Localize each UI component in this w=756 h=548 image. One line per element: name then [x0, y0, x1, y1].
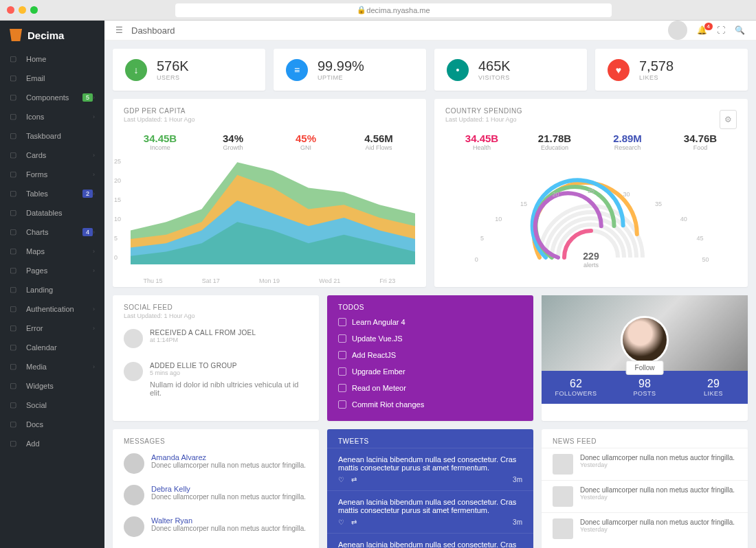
gdp-stat-label: GNI — [269, 144, 342, 151]
sidebar-item-media[interactable]: ▢Media› — [0, 357, 104, 376]
kpi-label: VISITORS — [478, 74, 511, 81]
mail-icon: ▢ — [10, 73, 19, 83]
checkbox[interactable] — [338, 318, 346, 326]
brand[interactable]: Decima — [0, 21, 104, 49]
avatar — [553, 454, 573, 475]
traffic-green[interactable] — [30, 6, 38, 14]
profile-stat[interactable]: 98POSTS — [610, 371, 679, 404]
gdp-stat-label: Growth — [197, 144, 269, 151]
notifications-icon[interactable]: 🔔 — [697, 25, 707, 35]
traffic-yellow[interactable] — [19, 6, 26, 14]
media-icon: ▢ — [10, 362, 19, 372]
checkbox[interactable] — [338, 351, 346, 359]
news-body: Donec ullamcorper nulla non metus auctor… — [580, 454, 735, 461]
kpi-visitors: •465KVISITORS — [434, 49, 587, 91]
todo-item[interactable]: Commit Riot changes — [327, 396, 533, 413]
message-item[interactable]: Debra KellyDonec ullamcorper nulla non m… — [113, 479, 319, 511]
gdp-area-chart: 2520151050 — [113, 158, 426, 275]
follow-button[interactable]: Follow — [626, 361, 664, 375]
nav-badge: 2 — [82, 190, 93, 198]
sidebar-item-forms[interactable]: ▢Forms› — [0, 165, 104, 184]
sidebar-item-cards[interactable]: ▢Cards› — [0, 146, 104, 165]
todo-item[interactable]: Update Vue.JS — [327, 330, 533, 347]
todo-label: Add ReactJS — [352, 351, 396, 359]
sidebar-item-charts[interactable]: ▢Charts4› — [0, 222, 104, 242]
social-feed-panel: SOCIAL FEED Last Updated: 1 Hour Ago REC… — [113, 295, 319, 421]
messages-title: MESSAGES — [124, 437, 308, 445]
avatar — [124, 329, 143, 348]
sidebar-item-docs[interactable]: ▢Docs — [0, 415, 104, 434]
share-icon[interactable]: ⇄ — [351, 476, 357, 483]
cal-icon: ▢ — [10, 343, 19, 352]
share-icon[interactable]: ⇄ — [351, 518, 357, 526]
fullscreen-icon[interactable]: ⛶ — [717, 25, 725, 35]
sidebar-item-email[interactable]: ▢Email — [0, 69, 104, 88]
user-avatar[interactable] — [668, 21, 687, 40]
avatar — [553, 518, 573, 539]
profile-avatar[interactable] — [621, 316, 669, 364]
todo-item[interactable]: Add ReactJS — [327, 347, 533, 363]
sidebar-item-home[interactable]: ▢Home — [0, 49, 104, 69]
profile-stat[interactable]: 29LIKES — [679, 371, 748, 404]
message-item[interactable]: Amanda AlvarezDonec ullamcorper nulla no… — [113, 448, 319, 479]
checkbox[interactable] — [338, 334, 346, 343]
feed-item[interactable]: ADDED ELLIE TO GROUP5 mins agoNullam id … — [113, 355, 319, 404]
kpi-value: 465K — [478, 58, 511, 74]
feed-item[interactable]: RECEIVED A CALL FROM JOELat 1:14PM — [113, 322, 319, 355]
page-title: Dashboard — [131, 25, 175, 36]
sidebar-item-landing[interactable]: ▢Landing — [0, 280, 104, 299]
url-bar[interactable]: 🔒 decima.nyasha.me — [175, 3, 612, 17]
sidebar-item-components[interactable]: ▢Components5› — [0, 88, 104, 107]
message-item[interactable]: Walter RyanDonec ullamcorper nulla non m… — [113, 511, 319, 543]
news-item[interactable]: Donec ullamcorper nulla non metus auctor… — [542, 512, 748, 545]
sidebar-item-error[interactable]: ▢Error› — [0, 319, 104, 338]
todo-label: Upgrade Ember — [352, 367, 405, 376]
feed-item-time: at 1:14PM — [150, 336, 256, 343]
sidebar-item-add[interactable]: ▢Add — [0, 434, 104, 453]
todo-item[interactable]: Read on Meteor — [327, 380, 533, 396]
search-icon[interactable]: 🔍 — [735, 25, 745, 35]
country-stat-label: Education — [518, 144, 591, 151]
traffic-red[interactable] — [7, 6, 14, 14]
sidebar-item-maps[interactable]: ▢Maps› — [0, 242, 104, 261]
sidebar-item-calendar[interactable]: ▢Calendar — [0, 338, 104, 357]
chevron-right-icon: › — [93, 248, 95, 255]
kpi-icon: • — [447, 59, 469, 81]
country-stat-value: 2.89M — [591, 133, 664, 144]
sidebar-item-social[interactable]: ▢Social — [0, 396, 104, 415]
checkbox[interactable] — [338, 384, 346, 392]
sidebar-item-authentication[interactable]: ▢Authentication› — [0, 299, 104, 319]
checkbox[interactable] — [338, 400, 346, 409]
todos-title: TODOS — [338, 304, 522, 311]
sidebar-item-icons[interactable]: ▢Icons› — [0, 107, 104, 126]
heart-icon[interactable]: ♡ — [338, 518, 344, 526]
country-stat-value: 21.78B — [518, 133, 591, 144]
avatar — [124, 453, 144, 474]
kpi-likes: ♥7,578LIKES — [595, 49, 748, 91]
social-feed-title: SOCIAL FEED — [124, 304, 308, 311]
heart-icon[interactable]: ♡ — [338, 476, 344, 483]
news-item[interactable]: Donec ullamcorper nulla non metus auctor… — [542, 480, 748, 512]
gdp-stat-label: Aid Flows — [342, 144, 415, 151]
news-item[interactable]: Donec ullamcorper nulla non metus auctor… — [542, 448, 748, 480]
kpi-users: ↓576KUSERS — [113, 49, 265, 91]
settings-icon[interactable]: ⚙ — [720, 110, 737, 129]
chevron-right-icon: › — [93, 229, 95, 236]
sidebar-item-widgets[interactable]: ▢Widgets — [0, 376, 104, 396]
profile-stat[interactable]: 62FOLLOWERS — [542, 371, 610, 404]
sidebar-item-datatables[interactable]: ▢Datatables — [0, 203, 104, 222]
todo-label: Learn Angular 4 — [352, 318, 405, 326]
country-title: COUNTRY SPENDING — [445, 107, 737, 115]
grid-icon: ▢ — [10, 93, 19, 102]
sidebar-item-tables[interactable]: ▢Tables2› — [0, 184, 104, 203]
sidebar-item-taskboard[interactable]: ▢Taskboard — [0, 126, 104, 146]
sidebar: Decima ▢Home▢Email▢Components5›▢Icons›▢T… — [0, 21, 104, 548]
checkbox[interactable] — [338, 367, 346, 376]
todo-item[interactable]: Learn Angular 4 — [327, 314, 533, 330]
pin-icon: ▢ — [10, 247, 19, 256]
menu-toggle-icon[interactable]: ☰ — [115, 25, 123, 35]
feed-item-body: Nullam id dolor id nibh ultricies vehicu… — [150, 380, 308, 397]
docs-icon: ▢ — [10, 420, 19, 429]
todo-item[interactable]: Upgrade Ember — [327, 363, 533, 380]
sidebar-item-pages[interactable]: ▢Pages› — [0, 261, 104, 280]
